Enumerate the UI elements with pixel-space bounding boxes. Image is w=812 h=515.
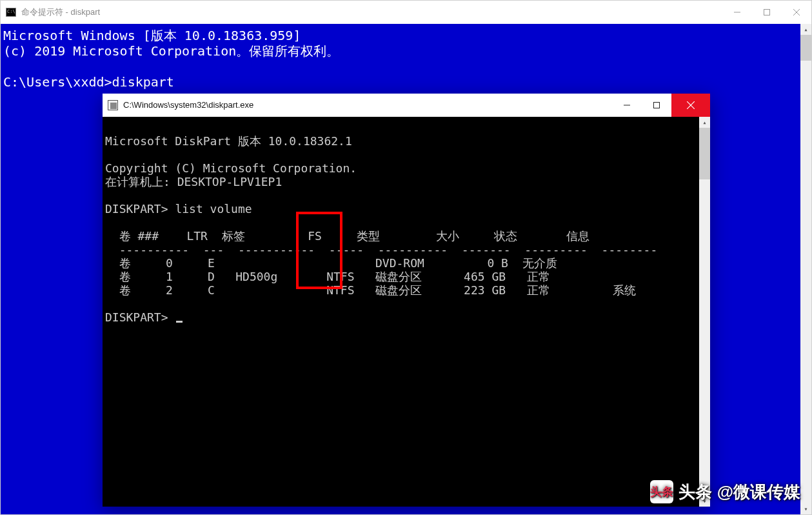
dash: -----	[329, 243, 364, 256]
row0-ltr: E	[208, 256, 215, 270]
dash: -----------	[238, 243, 315, 256]
row1-label: HD500g	[235, 270, 277, 283]
diskpart-icon	[108, 100, 118, 110]
col-status: 状态	[494, 229, 517, 243]
maximize-button[interactable]	[752, 3, 782, 22]
scroll-up-icon[interactable]: ▴	[699, 117, 710, 128]
scroll-thumb[interactable]	[699, 128, 710, 179]
cmd-window: 命令提示符 - diskpart Microsoft Windows [版本 1…	[0, 0, 812, 515]
diskpart-cmd-1: list volume	[175, 202, 252, 216]
cmd-body-wrap: Microsoft Windows [版本 10.0.18363.959] (c…	[1, 24, 811, 514]
dash: ----------	[119, 243, 189, 256]
row1-fs: NTFS	[326, 270, 354, 283]
col-size: 大小	[436, 229, 459, 243]
cmd-version-line: Microsoft Windows [版本 10.0.18363.959]	[3, 28, 301, 43]
cursor	[176, 321, 183, 323]
row2-status: 正常	[527, 283, 550, 297]
dash: --------	[602, 243, 658, 256]
diskpart-window: C:\Windows\system32\diskpart.exe Microso…	[103, 94, 710, 507]
row0-status: 无介质	[522, 256, 557, 270]
col-type: 类型	[357, 229, 380, 243]
scroll-track[interactable]	[699, 179, 710, 496]
cmd-title-bar[interactable]: 命令提示符 - diskpart	[1, 1, 811, 24]
row0-num: 0	[166, 256, 173, 270]
diskpart-prompt-2: DISKPART>	[105, 310, 168, 324]
row1-status: 正常	[527, 270, 550, 283]
cmd-scrollbar[interactable]: ▴ ▾	[800, 24, 811, 514]
diskpart-scrollbar[interactable]: ▴ ▾	[699, 117, 710, 507]
row1-vol: 卷	[119, 270, 131, 283]
col-info: 信息	[566, 229, 589, 243]
scroll-up-icon[interactable]: ▴	[800, 24, 811, 35]
cmd-icon	[6, 8, 16, 17]
diskpart-copyright: Copyright (C) Microsoft Corporation.	[105, 161, 357, 175]
row2-num: 2	[166, 283, 173, 297]
row2-vol: 卷	[119, 283, 131, 297]
diskpart-prompt-1: DISKPART>	[105, 202, 168, 216]
diskpart-window-title: C:\Windows\system32\diskpart.exe	[123, 97, 253, 113]
diskpart-close-button[interactable]	[671, 94, 710, 117]
close-button[interactable]	[782, 3, 811, 22]
diskpart-body[interactable]: Microsoft DiskPart 版本 10.0.18362.1 Copyr…	[103, 117, 699, 507]
diskpart-maximize-button[interactable]	[642, 94, 671, 117]
diskpart-version: Microsoft DiskPart 版本 10.0.18362.1	[105, 134, 352, 148]
cmd-prompt-path: C:\Users\xxdd>	[3, 74, 112, 90]
diskpart-title-bar[interactable]: C:\Windows\system32\diskpart.exe	[103, 94, 710, 117]
diskpart-minimize-button[interactable]	[612, 94, 642, 117]
dash: ---------	[524, 243, 588, 256]
diskpart-computer: 在计算机上: DESKTOP-LPV1EP1	[105, 175, 282, 188]
minimize-button[interactable]	[722, 3, 752, 22]
dash: ----------	[378, 243, 448, 256]
row0-type: DVD-ROM	[375, 256, 424, 270]
row2-fs: NTFS	[326, 283, 354, 297]
row2-size: 223 GB	[464, 283, 506, 297]
scroll-down-icon[interactable]: ▾	[699, 496, 710, 507]
row2-ltr: C	[208, 283, 215, 297]
cmd-copyright-line: (c) 2019 Microsoft Corporation。保留所有权利。	[3, 43, 339, 59]
row2-type: 磁盘分区	[375, 283, 422, 297]
row1-num: 1	[166, 270, 173, 283]
col-fs: FS	[308, 229, 322, 243]
svg-rect-5	[654, 103, 660, 108]
svg-rect-1	[764, 10, 770, 15]
col-num: ###	[138, 229, 159, 243]
dash: ---	[203, 243, 224, 256]
cmd-entered-command: diskpart	[112, 74, 174, 90]
row0-size: 0 B	[487, 256, 508, 270]
row1-type: 磁盘分区	[375, 270, 422, 283]
dash: -------	[462, 243, 511, 256]
cmd-body[interactable]: Microsoft Windows [版本 10.0.18363.959] (c…	[1, 24, 800, 514]
col-volume: 卷	[119, 229, 131, 243]
scroll-thumb[interactable]	[800, 35, 811, 61]
col-ltr: LTR	[186, 229, 208, 243]
row2-info: 系统	[613, 283, 636, 297]
row0-vol: 卷	[119, 256, 131, 270]
diskpart-body-wrap: Microsoft DiskPart 版本 10.0.18362.1 Copyr…	[103, 117, 710, 507]
scroll-track[interactable]	[800, 61, 811, 503]
scroll-down-icon[interactable]: ▾	[800, 503, 811, 514]
row1-ltr: D	[208, 270, 215, 283]
cmd-window-title: 命令提示符 - diskpart	[21, 6, 100, 18]
col-label: 标签	[222, 229, 245, 243]
row1-size: 465 GB	[464, 270, 506, 283]
